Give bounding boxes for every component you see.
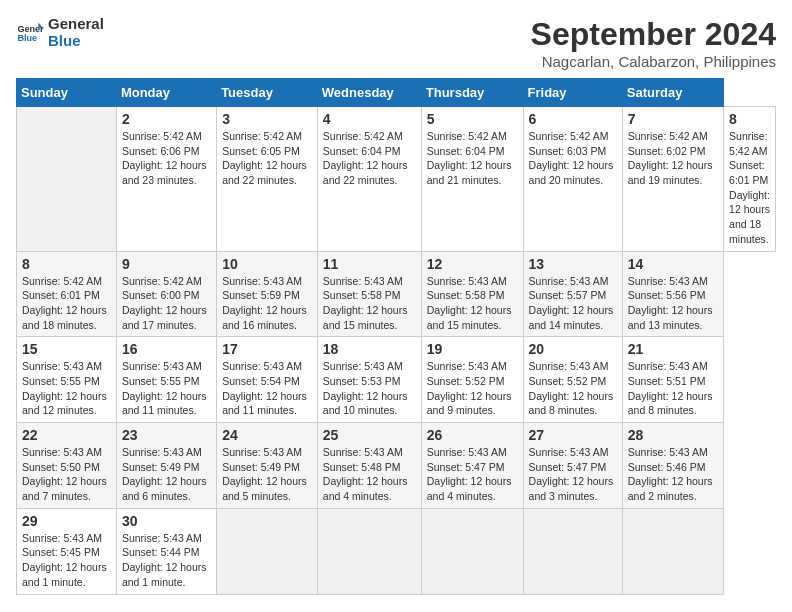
calendar-cell: 4 Sunrise: 5:42 AM Sunset: 6:04 PM Dayli…	[317, 107, 421, 252]
daylight-text: Daylight: 12 hours and 10 minutes.	[323, 389, 416, 418]
daylight-text: Daylight: 12 hours and 17 minutes.	[122, 303, 211, 332]
sunrise-text: Sunrise: 5:43 AM	[323, 445, 416, 460]
daylight-text: Daylight: 12 hours and 12 minutes.	[22, 389, 111, 418]
calendar-cell	[317, 508, 421, 594]
daylight-text: Daylight: 12 hours and 5 minutes.	[222, 474, 312, 503]
sunset-text: Sunset: 5:58 PM	[427, 288, 518, 303]
calendar-cell	[622, 508, 723, 594]
calendar-cell	[17, 107, 117, 252]
daylight-text: Daylight: 12 hours and 18 minutes.	[22, 303, 111, 332]
calendar-cell	[523, 508, 622, 594]
sunrise-text: Sunrise: 5:42 AM	[529, 129, 617, 144]
day-info: Sunrise: 5:42 AM Sunset: 6:01 PM Dayligh…	[22, 274, 111, 333]
day-info: Sunrise: 5:43 AM Sunset: 5:52 PM Dayligh…	[529, 359, 617, 418]
day-info: Sunrise: 5:43 AM Sunset: 5:55 PM Dayligh…	[122, 359, 211, 418]
calendar-cell: 16 Sunrise: 5:43 AM Sunset: 5:55 PM Dayl…	[116, 337, 216, 423]
sunset-text: Sunset: 6:05 PM	[222, 144, 312, 159]
day-number: 15	[22, 341, 111, 357]
day-info: Sunrise: 5:43 AM Sunset: 5:56 PM Dayligh…	[628, 274, 718, 333]
day-number: 6	[529, 111, 617, 127]
day-number: 25	[323, 427, 416, 443]
sunrise-text: Sunrise: 5:43 AM	[122, 359, 211, 374]
daylight-text: Daylight: 12 hours and 1 minute.	[122, 560, 211, 589]
sunset-text: Sunset: 5:51 PM	[628, 374, 718, 389]
day-info: Sunrise: 5:43 AM Sunset: 5:55 PM Dayligh…	[22, 359, 111, 418]
sunset-text: Sunset: 5:49 PM	[222, 460, 312, 475]
daylight-text: Daylight: 12 hours and 21 minutes.	[427, 158, 518, 187]
sunset-text: Sunset: 5:49 PM	[122, 460, 211, 475]
day-number: 5	[427, 111, 518, 127]
sunrise-text: Sunrise: 5:43 AM	[427, 445, 518, 460]
sunset-text: Sunset: 5:47 PM	[427, 460, 518, 475]
daylight-text: Daylight: 12 hours and 4 minutes.	[323, 474, 416, 503]
day-info: Sunrise: 5:42 AM Sunset: 6:04 PM Dayligh…	[427, 129, 518, 188]
calendar-cell: 11 Sunrise: 5:43 AM Sunset: 5:58 PM Dayl…	[317, 251, 421, 337]
sunrise-text: Sunrise: 5:43 AM	[22, 531, 111, 546]
calendar-cell: 27 Sunrise: 5:43 AM Sunset: 5:47 PM Dayl…	[523, 423, 622, 509]
day-info: Sunrise: 5:42 AM Sunset: 6:00 PM Dayligh…	[122, 274, 211, 333]
calendar-cell: 12 Sunrise: 5:43 AM Sunset: 5:58 PM Dayl…	[421, 251, 523, 337]
day-info: Sunrise: 5:43 AM Sunset: 5:46 PM Dayligh…	[628, 445, 718, 504]
calendar-cell	[217, 508, 318, 594]
sunset-text: Sunset: 5:46 PM	[628, 460, 718, 475]
calendar-cell: 2 Sunrise: 5:42 AM Sunset: 6:06 PM Dayli…	[116, 107, 216, 252]
sunset-text: Sunset: 5:57 PM	[529, 288, 617, 303]
day-number: 4	[323, 111, 416, 127]
sunrise-text: Sunrise: 5:43 AM	[122, 445, 211, 460]
calendar-cell: 14 Sunrise: 5:43 AM Sunset: 5:56 PM Dayl…	[622, 251, 723, 337]
day-info: Sunrise: 5:43 AM Sunset: 5:52 PM Dayligh…	[427, 359, 518, 418]
daylight-text: Daylight: 12 hours and 15 minutes.	[323, 303, 416, 332]
daylight-text: Daylight: 12 hours and 1 minute.	[22, 560, 111, 589]
calendar-cell: 23 Sunrise: 5:43 AM Sunset: 5:49 PM Dayl…	[116, 423, 216, 509]
logo-line2: Blue	[48, 33, 104, 50]
calendar-cell: 17 Sunrise: 5:43 AM Sunset: 5:54 PM Dayl…	[217, 337, 318, 423]
day-number: 20	[529, 341, 617, 357]
daylight-text: Daylight: 12 hours and 11 minutes.	[222, 389, 312, 418]
header-monday: Monday	[116, 79, 216, 107]
day-number: 8	[729, 111, 770, 127]
day-number: 23	[122, 427, 211, 443]
daylight-text: Daylight: 12 hours and 20 minutes.	[529, 158, 617, 187]
calendar-week-row: 8 Sunrise: 5:42 AM Sunset: 6:01 PM Dayli…	[17, 251, 776, 337]
sunset-text: Sunset: 5:50 PM	[22, 460, 111, 475]
header-wednesday: Wednesday	[317, 79, 421, 107]
day-number: 2	[122, 111, 211, 127]
day-info: Sunrise: 5:43 AM Sunset: 5:53 PM Dayligh…	[323, 359, 416, 418]
day-info: Sunrise: 5:42 AM Sunset: 6:02 PM Dayligh…	[628, 129, 718, 188]
daylight-text: Daylight: 12 hours and 15 minutes.	[427, 303, 518, 332]
sunrise-text: Sunrise: 5:43 AM	[427, 359, 518, 374]
sunset-text: Sunset: 6:06 PM	[122, 144, 211, 159]
header-friday: Friday	[523, 79, 622, 107]
sunset-text: Sunset: 5:52 PM	[427, 374, 518, 389]
sunset-text: Sunset: 5:58 PM	[323, 288, 416, 303]
day-info: Sunrise: 5:43 AM Sunset: 5:58 PM Dayligh…	[323, 274, 416, 333]
day-number: 18	[323, 341, 416, 357]
daylight-text: Daylight: 12 hours and 13 minutes.	[628, 303, 718, 332]
calendar-cell: 18 Sunrise: 5:43 AM Sunset: 5:53 PM Dayl…	[317, 337, 421, 423]
day-info: Sunrise: 5:42 AM Sunset: 6:04 PM Dayligh…	[323, 129, 416, 188]
calendar-cell: 28 Sunrise: 5:43 AM Sunset: 5:46 PM Dayl…	[622, 423, 723, 509]
calendar-cell: 13 Sunrise: 5:43 AM Sunset: 5:57 PM Dayl…	[523, 251, 622, 337]
sunrise-text: Sunrise: 5:42 AM	[222, 129, 312, 144]
day-number: 30	[122, 513, 211, 529]
daylight-text: Daylight: 12 hours and 2 minutes.	[628, 474, 718, 503]
sunrise-text: Sunrise: 5:43 AM	[222, 445, 312, 460]
day-number: 19	[427, 341, 518, 357]
logo: General Blue General Blue	[16, 16, 104, 49]
calendar-title: September 2024	[531, 16, 776, 53]
day-number: 29	[22, 513, 111, 529]
calendar-week-row: 2 Sunrise: 5:42 AM Sunset: 6:06 PM Dayli…	[17, 107, 776, 252]
sunrise-text: Sunrise: 5:43 AM	[222, 274, 312, 289]
day-number: 7	[628, 111, 718, 127]
day-info: Sunrise: 5:43 AM Sunset: 5:59 PM Dayligh…	[222, 274, 312, 333]
calendar-cell: 20 Sunrise: 5:43 AM Sunset: 5:52 PM Dayl…	[523, 337, 622, 423]
day-number: 16	[122, 341, 211, 357]
calendar-cell	[421, 508, 523, 594]
page-header: General Blue General Blue September 2024…	[16, 16, 776, 70]
sunset-text: Sunset: 5:56 PM	[628, 288, 718, 303]
calendar-cell: 29 Sunrise: 5:43 AM Sunset: 5:45 PM Dayl…	[17, 508, 117, 594]
calendar-cell: 30 Sunrise: 5:43 AM Sunset: 5:44 PM Dayl…	[116, 508, 216, 594]
svg-text:Blue: Blue	[17, 33, 37, 43]
calendar-cell: 15 Sunrise: 5:43 AM Sunset: 5:55 PM Dayl…	[17, 337, 117, 423]
daylight-text: Daylight: 12 hours and 9 minutes.	[427, 389, 518, 418]
